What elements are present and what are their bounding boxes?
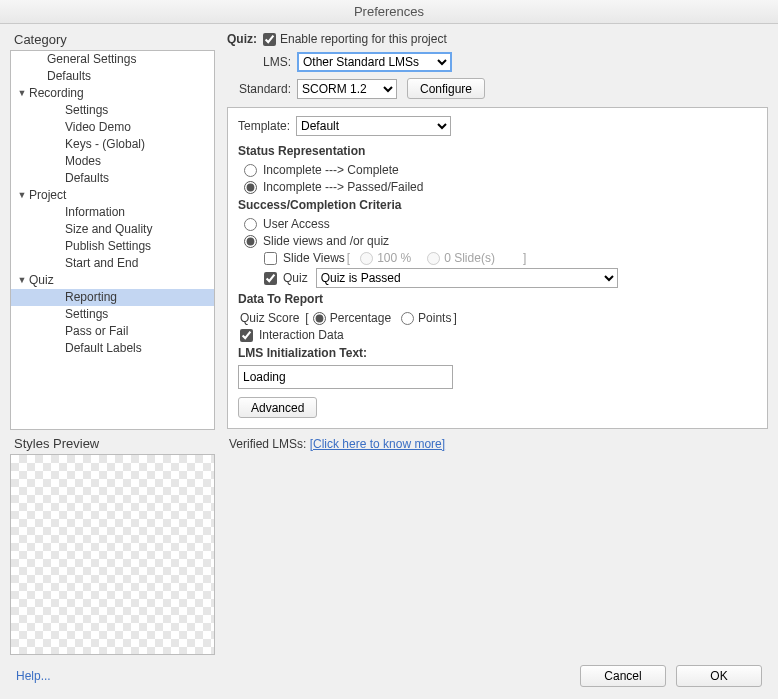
lms-init-heading: LMS Initialization Text:	[238, 346, 757, 360]
tree-item-label: Video Demo	[65, 119, 131, 136]
tree-item-label: Defaults	[47, 68, 91, 85]
lms-select[interactable]: Other Standard LMSs	[297, 52, 452, 72]
tree-item-settings[interactable]: Settings	[11, 306, 214, 323]
template-label: Template:	[238, 119, 290, 133]
quiz-checkbox[interactable]	[264, 272, 277, 285]
tree-item-default-labels[interactable]: Default Labels	[11, 340, 214, 357]
standard-label: Standard:	[227, 82, 291, 96]
quiz-criteria-label: Quiz	[283, 271, 308, 285]
tree-item-label: Settings	[65, 102, 108, 119]
slide-views-count-label: 0 Slide(s)	[444, 251, 495, 265]
tree-item-keys-global-[interactable]: Keys - (Global)	[11, 136, 214, 153]
tree-item-project[interactable]: ▼Project	[11, 187, 214, 204]
verified-lms-link[interactable]: [Click here to know more]	[310, 437, 445, 451]
score-percentage-radio[interactable]	[313, 312, 326, 325]
tree-item-settings[interactable]: Settings	[11, 102, 214, 119]
ok-button[interactable]: OK	[676, 665, 762, 687]
lms-label: LMS:	[227, 55, 291, 69]
disclosure-arrow-icon: ▼	[17, 187, 27, 204]
disclosure-arrow-icon: ▼	[17, 272, 27, 289]
tree-item-publish-settings[interactable]: Publish Settings	[11, 238, 214, 255]
status-rep-heading: Status Representation	[238, 144, 757, 158]
tree-item-label: Size and Quality	[65, 221, 152, 238]
slide-views-percent-radio	[360, 252, 373, 265]
tree-item-label: Defaults	[65, 170, 109, 187]
tree-item-video-demo[interactable]: Video Demo	[11, 119, 214, 136]
slide-views-checkbox[interactable]	[264, 252, 277, 265]
tree-item-start-and-end[interactable]: Start and End	[11, 255, 214, 272]
tree-item-recording[interactable]: ▼Recording	[11, 85, 214, 102]
tree-item-defaults[interactable]: Defaults	[11, 68, 214, 85]
quiz-score-label: Quiz Score	[240, 311, 299, 325]
status-incomplete-passed-radio[interactable]	[244, 181, 257, 194]
configure-button[interactable]: Configure	[407, 78, 485, 99]
tree-item-label: Reporting	[65, 289, 117, 306]
criteria-heading: Success/Completion Criteria	[238, 198, 757, 212]
interaction-data-label: Interaction Data	[259, 328, 344, 342]
template-select[interactable]: Default	[296, 116, 451, 136]
tree-item-label: Project	[29, 187, 66, 204]
data-report-heading: Data To Report	[238, 292, 757, 306]
quiz-criteria-select[interactable]: Quiz is Passed	[316, 268, 618, 288]
score-points-radio[interactable]	[401, 312, 414, 325]
tree-item-label: Recording	[29, 85, 84, 102]
status-incomplete-complete-radio[interactable]	[244, 164, 257, 177]
criteria-user-access-label: User Access	[263, 217, 330, 231]
tree-item-label: Information	[65, 204, 125, 221]
lms-init-input[interactable]	[238, 365, 453, 389]
criteria-slide-quiz-radio[interactable]	[244, 235, 257, 248]
close-bracket-2: ]	[453, 311, 456, 325]
tree-item-size-and-quality[interactable]: Size and Quality	[11, 221, 214, 238]
tree-item-label: Default Labels	[65, 340, 142, 357]
tree-item-pass-or-fail[interactable]: Pass or Fail	[11, 323, 214, 340]
category-tree[interactable]: General SettingsDefaults▼RecordingSettin…	[10, 50, 215, 430]
tree-item-label: Settings	[65, 306, 108, 323]
styles-preview-heading: Styles Preview	[14, 436, 215, 451]
score-percentage-label: Percentage	[330, 311, 391, 325]
score-points-label: Points	[418, 311, 451, 325]
tree-item-label: General Settings	[47, 51, 136, 68]
tree-item-defaults[interactable]: Defaults	[11, 170, 214, 187]
tree-item-label: Pass or Fail	[65, 323, 128, 340]
tree-item-quiz[interactable]: ▼Quiz	[11, 272, 214, 289]
tree-item-label: Modes	[65, 153, 101, 170]
tree-item-label: Publish Settings	[65, 238, 151, 255]
standard-select[interactable]: SCORM 1.2	[297, 79, 397, 99]
tree-item-label: Quiz	[29, 272, 54, 289]
slide-views-count-radio	[427, 252, 440, 265]
slide-views-label: Slide Views	[283, 251, 345, 265]
advanced-button[interactable]: Advanced	[238, 397, 317, 418]
cancel-button[interactable]: Cancel	[580, 665, 666, 687]
help-link[interactable]: Help...	[16, 669, 51, 683]
window-title: Preferences	[0, 0, 778, 24]
slide-views-percent-label: 100 %	[377, 251, 411, 265]
open-bracket: [	[347, 251, 350, 265]
enable-reporting-label: Enable reporting for this project	[280, 32, 447, 46]
quiz-label: Quiz:	[227, 32, 257, 46]
criteria-user-access-radio[interactable]	[244, 218, 257, 231]
criteria-slide-quiz-label: Slide views and /or quiz	[263, 234, 389, 248]
category-heading: Category	[14, 32, 215, 47]
tree-item-label: Start and End	[65, 255, 138, 272]
status-incomplete-complete-label: Incomplete ---> Complete	[263, 163, 399, 177]
reporting-panel: Template: Default Status Representation …	[227, 107, 768, 429]
close-bracket: ]	[523, 251, 526, 265]
tree-item-label: Keys - (Global)	[65, 136, 145, 153]
status-incomplete-passed-label: Incomplete ---> Passed/Failed	[263, 180, 423, 194]
interaction-data-checkbox[interactable]	[240, 329, 253, 342]
disclosure-arrow-icon: ▼	[17, 85, 27, 102]
open-bracket-2: [	[305, 311, 308, 325]
tree-item-information[interactable]: Information	[11, 204, 214, 221]
tree-item-reporting[interactable]: Reporting	[11, 289, 214, 306]
verified-lms-label: Verified LMSs:	[229, 437, 310, 451]
tree-item-general-settings[interactable]: General Settings	[11, 51, 214, 68]
verified-lms-row: Verified LMSs: [Click here to know more]	[229, 437, 768, 451]
tree-item-modes[interactable]: Modes	[11, 153, 214, 170]
styles-preview-canvas	[10, 454, 215, 655]
enable-reporting-checkbox[interactable]	[263, 33, 276, 46]
